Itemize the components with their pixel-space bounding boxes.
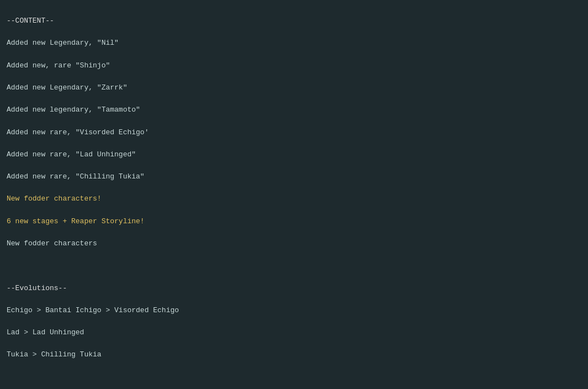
new-fodder-characters-label: New fodder characters! — [7, 195, 102, 203]
main-content: --CONTENT-- Added new Legendary, "Nil" A… — [7, 4, 581, 389]
section-content-header: --CONTENT-- — [7, 17, 54, 25]
new-stages-label: 6 new stages + Reaper Storyline! — [7, 217, 145, 225]
section-evolutions-header: --Evolutions-- — [7, 284, 67, 292]
